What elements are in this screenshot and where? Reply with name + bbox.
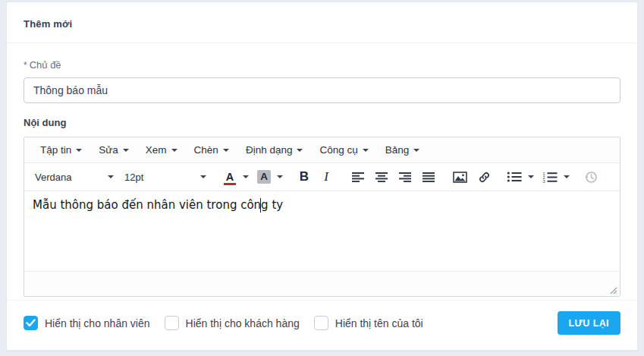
- italic-button[interactable]: I: [316, 166, 338, 187]
- editor-toolbar: Verdana 12pt A A B I: [24, 163, 620, 191]
- chevron-down-icon: [277, 175, 283, 178]
- chevron-down-icon: [171, 149, 177, 152]
- resize-grip-icon[interactable]: [608, 285, 617, 295]
- restore-draft-icon: [585, 171, 598, 184]
- background-color-button[interactable]: A: [254, 166, 274, 187]
- editor-text: Mẫu thông báo đến nhân viên trong công t…: [33, 198, 283, 212]
- restore-draft-button[interactable]: [580, 166, 602, 187]
- subject-label-text: Chủ đề: [30, 59, 61, 71]
- bold-icon: B: [300, 169, 309, 184]
- menu-tools[interactable]: Công cụ: [311, 137, 376, 162]
- text-color-icon: A: [225, 172, 235, 183]
- align-justify-button[interactable]: [416, 166, 440, 187]
- checkbox-icon[interactable]: [165, 316, 179, 330]
- editor-menubar: Tập tin Sửa Xem Chèn Định dạng Công cụ B…: [24, 137, 620, 163]
- menu-file-label: Tập tin: [40, 144, 71, 156]
- menu-format-label: Định dạng: [246, 144, 293, 156]
- menu-edit[interactable]: Sửa: [90, 137, 137, 162]
- background-color-icon: A: [257, 170, 271, 184]
- svg-text:3: 3: [543, 179, 545, 183]
- numbered-list-button[interactable]: 123: [539, 166, 561, 187]
- checkbox-label: Hiển thị cho khách hàng: [186, 317, 300, 329]
- bold-button[interactable]: B: [293, 166, 316, 187]
- chevron-down-icon: [243, 175, 249, 178]
- checkbox-show-to-customers[interactable]: Hiển thị cho khách hàng: [165, 316, 300, 330]
- rich-text-editor: Tập tin Sửa Xem Chèn Định dạng Công cụ B…: [24, 137, 620, 297]
- align-center-icon: [375, 172, 388, 182]
- menu-table[interactable]: Bảng: [377, 137, 429, 162]
- bullet-list-icon: [507, 172, 522, 182]
- checkbox-label: Hiển thị tên của tôi: [335, 317, 423, 329]
- chevron-down-icon: [108, 175, 114, 178]
- check-icon: [26, 319, 36, 327]
- bullet-list-button[interactable]: [504, 166, 525, 187]
- checkbox-icon[interactable]: [314, 316, 328, 330]
- editor-statusbar: [24, 271, 620, 296]
- chevron-down-icon: [76, 149, 82, 152]
- numbered-list-dropdown[interactable]: [561, 166, 572, 187]
- align-right-button[interactable]: [393, 166, 416, 187]
- save-button[interactable]: LƯU LẠI: [558, 311, 620, 335]
- subject-input[interactable]: [24, 77, 620, 103]
- menu-format[interactable]: Định dạng: [237, 137, 312, 162]
- chevron-down-icon: [363, 149, 369, 152]
- editor-content-area[interactable]: Mẫu thông báo đến nhân viên trong công t…: [24, 191, 620, 271]
- chevron-down-icon: [528, 175, 534, 178]
- page-title: Thêm mới: [24, 18, 620, 30]
- font-family-select[interactable]: Verdana: [30, 166, 120, 187]
- bullet-list-dropdown[interactable]: [525, 166, 536, 187]
- menu-view[interactable]: Xem: [137, 137, 186, 162]
- menu-insert[interactable]: Chèn: [186, 137, 237, 162]
- chevron-down-icon: [564, 175, 570, 178]
- font-size-select[interactable]: 12pt: [120, 166, 212, 187]
- chevron-down-icon: [223, 149, 229, 152]
- text-color-dropdown[interactable]: [240, 166, 251, 187]
- background-color-dropdown[interactable]: [274, 166, 285, 187]
- checkbox-show-my-name[interactable]: Hiển thị tên của tôi: [314, 316, 423, 330]
- panel-header: Thêm mới: [7, 2, 637, 43]
- form-body: *Chủ đề Nội dung Tập tin Sửa Xem Chèn Đị…: [7, 43, 637, 297]
- chevron-down-icon: [200, 175, 206, 178]
- insert-image-icon: [453, 172, 467, 183]
- checkbox-label: Hiển thị cho nhân viên: [45, 317, 150, 329]
- align-justify-icon: [422, 172, 435, 182]
- text-color-button[interactable]: A: [220, 166, 240, 187]
- subject-label: *Chủ đề: [24, 59, 620, 71]
- checkbox-icon[interactable]: [24, 316, 38, 330]
- chevron-down-icon: [297, 149, 303, 152]
- panel-footer: Hiển thị cho nhân viên Hiển thị cho khác…: [7, 301, 637, 350]
- chevron-down-icon: [413, 149, 419, 152]
- menu-table-label: Bảng: [385, 144, 410, 156]
- menu-insert-label: Chèn: [194, 144, 218, 156]
- align-left-icon: [351, 172, 365, 182]
- align-right-icon: [398, 172, 412, 182]
- text-cursor: [260, 198, 261, 213]
- numbered-list-icon: 123: [542, 172, 558, 183]
- insert-link-button[interactable]: [472, 166, 496, 187]
- italic-icon: I: [324, 169, 330, 184]
- chevron-down-icon: [123, 149, 129, 152]
- content-label: Nội dung: [24, 117, 620, 128]
- align-left-button[interactable]: [346, 166, 369, 187]
- insert-image-button[interactable]: [448, 166, 472, 187]
- menu-edit-label: Sửa: [99, 144, 118, 156]
- insert-link-icon: [478, 171, 491, 184]
- menu-tools-label: Công cụ: [319, 144, 357, 156]
- menu-view-label: Xem: [146, 144, 167, 156]
- menu-file[interactable]: Tập tin: [32, 137, 90, 162]
- add-new-panel: Thêm mới *Chủ đề Nội dung Tập tin Sửa Xe…: [6, 2, 638, 351]
- font-size-value: 12pt: [124, 172, 143, 183]
- font-family-value: Verdana: [35, 172, 71, 183]
- align-center-button[interactable]: [369, 166, 393, 187]
- required-marker: *: [24, 60, 27, 71]
- checkbox-show-to-employees[interactable]: Hiển thị cho nhân viên: [24, 316, 150, 330]
